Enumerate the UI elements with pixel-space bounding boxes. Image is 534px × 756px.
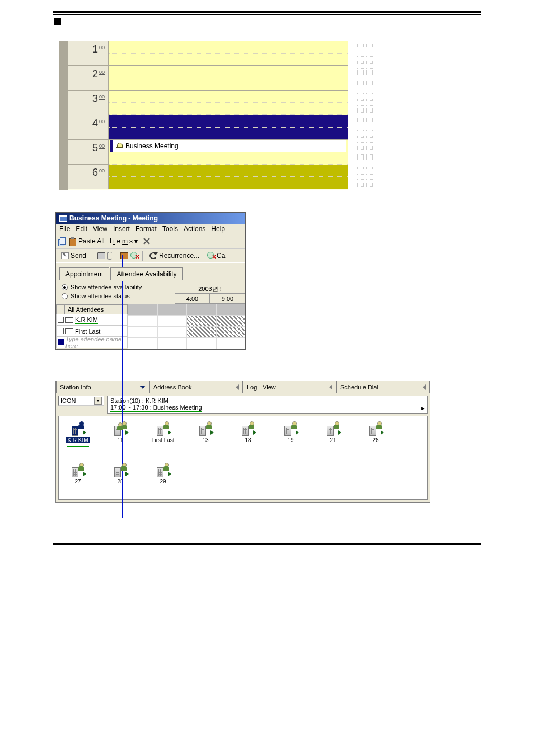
station-icon-26[interactable]: 26	[362, 421, 389, 447]
station-icon-13[interactable]: 13	[192, 421, 219, 447]
menu-format[interactable]: Format	[135, 225, 157, 233]
cancel-invitation-button[interactable]: Ca	[204, 250, 228, 261]
tab-address-book[interactable]: Address Book	[149, 381, 243, 393]
time-header-4: 4:00	[175, 294, 210, 304]
time-label: 5 00	[68, 140, 109, 164]
calendar-scrollbar[interactable]	[348, 41, 353, 190]
menu-file[interactable]: File	[59, 225, 70, 233]
station-icon-label: 19	[287, 437, 293, 443]
check-names-icon[interactable]	[130, 252, 138, 260]
window-icon	[59, 215, 67, 222]
attach-icon[interactable]	[107, 252, 112, 260]
envelope-icon	[65, 317, 73, 323]
date-header: 2003년 !	[175, 284, 245, 294]
calendar-body[interactable]: 1 00 2 00 3 00	[68, 41, 348, 190]
calendar-slot-olive[interactable]	[109, 165, 348, 189]
calendar-slot[interactable]	[109, 41, 348, 65]
tab-schedule-dial[interactable]: Schedule Dial	[336, 381, 430, 393]
station-icon-28[interactable]: 28	[107, 463, 134, 485]
menu-insert[interactable]: Insert	[113, 225, 130, 233]
active-tab-marker-icon	[140, 386, 146, 389]
calendar-minigrid	[353, 41, 386, 190]
station-icon-graphic	[326, 421, 340, 436]
paste-all-button[interactable]: Paste All	[78, 237, 105, 245]
radio-show-availability[interactable]: Show attendee availability	[62, 284, 169, 290]
calendar-row-5[interactable]: 5 00 Business Meeting	[68, 140, 348, 165]
scroll-marker-icon: ▸	[421, 405, 425, 412]
station-icon-graphic	[113, 463, 128, 477]
calendar-slot-appointment[interactable]: Business Meeting	[109, 140, 348, 164]
recurrence-button[interactable]: Recurrence...	[147, 250, 202, 261]
calendar-slot-busy[interactable]	[109, 115, 348, 139]
send-button[interactable]: Send	[58, 250, 89, 261]
station-info-box: Station(10) : K.R KIM 17:00 ~ 17:30 : Bu…	[107, 396, 428, 414]
station-icon-graphic	[241, 421, 255, 436]
station-icon-graphic	[71, 463, 85, 477]
items-dropdown[interactable]: Items ▾	[107, 236, 141, 247]
station-icon-11[interactable]: 11	[107, 421, 134, 447]
recurrence-icon	[149, 252, 157, 259]
station-icon-21[interactable]: 21	[320, 421, 346, 447]
calendar-gutter	[59, 41, 68, 190]
tab-log-view[interactable]: Log - View	[243, 381, 336, 393]
tab-station-info[interactable]: Station Info	[56, 381, 149, 393]
calendar-row-4[interactable]: 4 00	[68, 115, 348, 140]
dropdown-arrow-icon	[94, 397, 102, 405]
appointment-business-meeting[interactable]: Business Meeting	[110, 140, 346, 152]
tab-appointment[interactable]: Appointment	[59, 267, 109, 280]
cancel-icon	[207, 252, 215, 260]
copy-icon[interactable]	[58, 237, 66, 245]
tab-attendee-availability[interactable]: Attendee Availability	[110, 267, 182, 280]
calendar-row-3[interactable]: 3 00	[68, 91, 348, 115]
station-selector-row: ICON Station(10) : K.R KIM 17:00 ~ 17:30…	[56, 393, 430, 416]
availability-options: Show attendee availability Show attendee…	[56, 280, 175, 304]
station-icon-first-last[interactable]: First Last	[149, 421, 176, 447]
calendar-slot[interactable]	[109, 66, 348, 90]
station-icon-19[interactable]: 19	[277, 421, 304, 447]
menu-edit[interactable]: Edit	[76, 225, 87, 233]
toolbar-1: Paste All Items ▾	[56, 234, 245, 248]
station-icon-graphic	[368, 421, 383, 436]
paste-icon[interactable]	[68, 237, 76, 245]
station-icon-18[interactable]: 18	[235, 421, 261, 447]
station-icon-29[interactable]: 29	[149, 463, 176, 485]
menu-help[interactable]: Help	[211, 225, 225, 233]
calendar-row-1[interactable]: 1 00	[68, 41, 348, 66]
attendee-row-new[interactable]: Type attendee name here	[56, 337, 128, 348]
toolbar-2: Send Recurrence... Ca	[56, 248, 245, 263]
station-icon-label: K.R KIM	[66, 437, 89, 443]
station-icon-graphic	[113, 421, 128, 436]
station-info-line2: 17:00 ~ 17:30 : Business Meeting	[110, 404, 202, 412]
menu-tools[interactable]: Tools	[162, 225, 178, 233]
calendar-panel: 1 00 2 00 3 00	[59, 41, 386, 190]
calendar-row-2[interactable]: 2 00	[68, 66, 348, 91]
attendee-name: First Last	[75, 328, 100, 335]
attendee-row-krkim[interactable]: K.R KIM	[56, 314, 128, 326]
appointment-title: Business Meeting	[125, 142, 179, 150]
print-icon[interactable]	[97, 252, 105, 259]
left-arrow-icon	[423, 384, 426, 390]
menu-view[interactable]: View	[93, 225, 107, 233]
view-selector[interactable]: ICON	[58, 396, 104, 406]
menu-actions[interactable]: Actions	[184, 225, 205, 233]
meeting-window[interactable]: Business Meeting - Meeting File Edit Vie…	[55, 212, 246, 350]
station-icon-k.r-kim[interactable]: K.R KIM	[64, 421, 91, 447]
station-icon-area: K.R KIM11First Last1318192126272829	[58, 416, 428, 500]
calendar-slot[interactable]	[109, 91, 348, 115]
meeting-window-titlebar[interactable]: Business Meeting - Meeting	[56, 213, 245, 224]
station-icon-label: 13	[202, 437, 208, 443]
radio-show-status[interactable]: Show attendee status	[62, 293, 169, 299]
station-icon-graphic	[283, 421, 298, 436]
station-icon-label: 26	[372, 437, 378, 443]
station-icon-27[interactable]: 27	[64, 463, 91, 485]
attendee-schedule-grid: All Attendees K.R KIM First Last Type at…	[56, 304, 245, 349]
station-icon-graphic	[156, 463, 170, 477]
calendar-row-6[interactable]: 6 00	[68, 165, 348, 189]
hour-label: 1	[92, 44, 98, 55]
station-icon-graphic	[198, 421, 213, 436]
station-icon-label: 18	[245, 437, 251, 443]
radio-dot-icon	[62, 284, 68, 290]
radio-empty-icon	[62, 293, 68, 299]
delete-icon[interactable]	[143, 237, 151, 245]
all-attendees-header[interactable]: All Attendees	[65, 304, 128, 314]
